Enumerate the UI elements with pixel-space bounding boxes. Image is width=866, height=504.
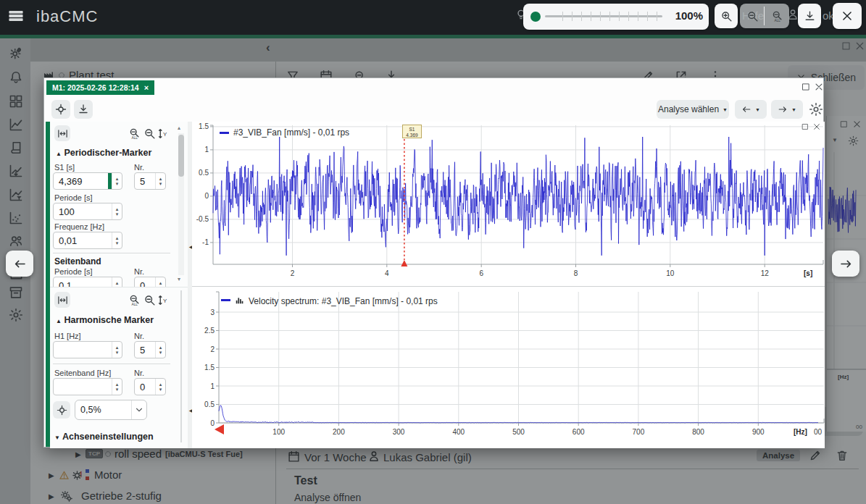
zoom-out-icon[interactable] — [143, 127, 156, 140]
app-header: ibaCMC ng 100% Hilfe ALL ok — [0, 0, 866, 35]
section-header-label: Harmonische Marker — [64, 315, 154, 325]
sb-nr-label: Nr. — [134, 369, 144, 377]
spinner[interactable]: ▴▾ — [112, 232, 122, 248]
export-button[interactable] — [74, 100, 93, 119]
section-header[interactable]: ▲ Harmonische Marker — [56, 315, 154, 325]
divider — [53, 253, 170, 253]
prev-button[interactable]: ▼ — [735, 100, 767, 119]
frequenz-input[interactable]: 0,01▴▾ — [53, 232, 122, 249]
marker-tool-button[interactable] — [51, 100, 70, 119]
fit-width-button[interactable] — [54, 125, 70, 141]
sb-periode-input[interactable]: 0.1▴▾ — [53, 277, 122, 287]
spectrum-chart[interactable]: 10020030040050060070080090032.521.510.50… — [192, 287, 825, 448]
next-button[interactable]: ▼ — [771, 100, 803, 119]
zoom-all-icon[interactable]: ALL — [128, 127, 141, 140]
y-scale-icon[interactable]: Y — [157, 294, 170, 306]
hamburger-menu-icon[interactable] — [9, 9, 26, 26]
spinner[interactable]: ▴▾ — [155, 173, 165, 189]
svg-text:400: 400 — [452, 428, 465, 436]
tolerance-dropdown[interactable]: 0,5% — [75, 400, 147, 420]
spinner[interactable]: ▴▾ — [155, 277, 165, 287]
h1-input[interactable]: ▴▾ — [53, 341, 122, 358]
sb-nr-input[interactable]: 0▴▾ — [134, 378, 166, 395]
close-overlay-button[interactable] — [833, 3, 862, 29]
time-signal-chart[interactable]: 246810121.510.50-0.5-1[s] — [192, 122, 825, 287]
arrow-right-icon — [839, 257, 853, 271]
svg-text:2.5: 2.5 — [204, 327, 215, 335]
section-header[interactable]: ▲ Periodischer-Marker — [56, 148, 151, 158]
svg-text:8: 8 — [574, 269, 578, 277]
analyse-select-button[interactable]: Analyse wählen▼ — [657, 100, 729, 119]
sb-nr-input[interactable]: 0▴▾ — [134, 277, 166, 287]
back-button[interactable] — [6, 251, 33, 277]
zoom-all-button[interactable]: ALL — [766, 6, 788, 26]
svg-text:Y: Y — [163, 298, 167, 304]
close-icon[interactable]: × — [144, 83, 149, 92]
fit-width-icon — [57, 295, 68, 306]
svg-text:ALL: ALL — [131, 136, 138, 140]
spinner[interactable]: ▴▾ — [112, 203, 122, 219]
svg-text:2: 2 — [291, 269, 295, 277]
arrow-left-icon — [13, 257, 27, 271]
periode-input[interactable]: 100▴▾ — [53, 203, 122, 220]
spinner[interactable]: ▴▾ — [112, 173, 122, 189]
s1-value: 4,369 — [54, 176, 108, 187]
modal-maximize-icon[interactable] — [802, 83, 810, 91]
forward-button[interactable] — [832, 251, 859, 277]
scrollbar-thumb[interactable] — [178, 135, 184, 177]
y-scale-icon[interactable]: Y — [157, 127, 170, 140]
fit-width-button[interactable] — [54, 292, 70, 308]
scroll-down-icon[interactable]: ▾ — [178, 277, 180, 282]
s1-input[interactable]: 4,369▴▾ — [53, 172, 122, 190]
modal-close-icon[interactable] — [814, 82, 824, 92]
zoom-slider-handle[interactable] — [530, 12, 541, 22]
scrollbar-track[interactable] — [180, 290, 182, 442]
frequenz-value: 0,01 — [54, 235, 112, 246]
sb-nr-label: Nr. — [134, 267, 144, 276]
chart-maximize-icon[interactable] — [802, 123, 809, 130]
spinner[interactable]: ▴▾ — [112, 277, 122, 287]
zoom-in-icon — [720, 10, 733, 22]
spinner[interactable]: ▴▾ — [112, 342, 122, 358]
s1-nr-input[interactable]: 5▴▾ — [134, 172, 166, 190]
svg-text:800: 800 — [692, 428, 704, 436]
modal-settings-icon[interactable] — [809, 102, 823, 117]
zoom-out-icon[interactable] — [143, 294, 156, 306]
sb-nr-value: 0 — [135, 280, 155, 287]
collapse-caret-icon: ▲ — [56, 151, 62, 157]
axes-settings-header[interactable]: ▼ Achseneinstellungen — [54, 432, 154, 442]
download-icon — [78, 104, 89, 115]
marker-label-box[interactable]: S1 4.369 — [402, 125, 422, 138]
sb-nr-value: 0 — [135, 382, 155, 392]
svg-text:[Hz]: [Hz] — [794, 428, 807, 436]
app-title: ibaCMC — [36, 7, 98, 26]
chart-close-icon[interactable] — [812, 122, 821, 131]
marker-tool-icon — [55, 104, 67, 115]
scroll-up-icon[interactable]: ▴ — [178, 125, 180, 131]
menu-icon — [9, 9, 23, 23]
spinner[interactable]: ▴▾ — [155, 379, 165, 395]
chart1-legend-label: #3_VIB_Fan [mm/s] - 0,01 rps — [233, 127, 349, 138]
svg-text:600: 600 — [573, 428, 585, 436]
snap-tolerance-button[interactable] — [53, 401, 70, 419]
dropdown-caret-icon: ▼ — [791, 107, 796, 112]
zoom-in-button[interactable] — [715, 4, 738, 28]
svg-text:1.5: 1.5 — [199, 122, 209, 130]
svg-text:ALL: ALL — [774, 18, 780, 22]
spectrum-icon — [235, 295, 245, 305]
download-button[interactable] — [798, 4, 821, 28]
spinner[interactable]: ▴▾ — [155, 342, 165, 358]
svg-text:200: 200 — [333, 428, 345, 436]
spinner[interactable]: ▴▾ — [112, 379, 122, 395]
zoom-all-icon[interactable]: ALL — [128, 294, 141, 306]
zoom-all-icon: ALL — [771, 10, 783, 22]
h1-nr-input[interactable]: 5▴▾ — [134, 341, 166, 358]
modal-title-tab[interactable]: M1: 2025-02-26 12:28:14 × — [46, 80, 154, 95]
svg-text:3: 3 — [210, 308, 215, 316]
zoom-slider-ticks — [554, 12, 662, 21]
periodic-marker-panel: ALL Y ▲ Periodischer-Marker S1 [s] Nr. 4… — [50, 122, 188, 287]
svg-text:6: 6 — [479, 269, 483, 277]
seitenband-input[interactable]: ▴▾ — [53, 378, 122, 395]
svg-text:1: 1 — [204, 146, 209, 154]
zoom-out-button[interactable] — [742, 6, 762, 26]
